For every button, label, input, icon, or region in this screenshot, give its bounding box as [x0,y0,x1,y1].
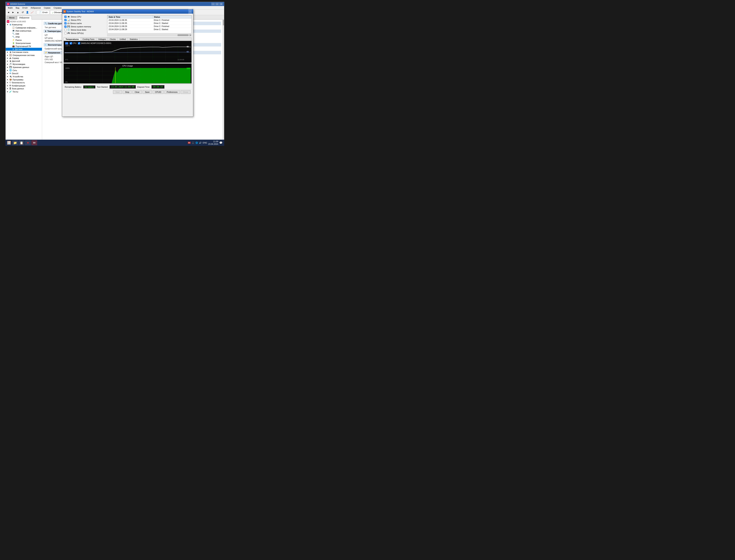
clear-button[interactable]: Clear [132,90,142,94]
sec-icon: 🛡 [9,81,11,84]
sidebar-item-summary[interactable]: 📋 Суммарная информа... [6,26,42,29]
notification-icon[interactable]: 💬 [219,141,222,144]
mb-label: Системная плата [12,51,28,53]
chart-tab-statistics[interactable]: Statistics [128,38,140,41]
sidebar-item-devices[interactable]: ► 🔌 Устройства [6,75,42,78]
test-started-value: 23.04.2024 11:04:49 [110,85,136,89]
back-button[interactable]: ◄ [6,10,10,14]
sidebar-item-dmi[interactable]: 🔧 DMI [6,32,42,35]
samsung-temp-checkbox[interactable] [78,42,80,44]
taskbar-notepad[interactable]: 📋 [19,140,24,145]
systray-globe-icon: 🌐 [195,142,198,144]
menu-help[interactable]: Справка [52,6,63,9]
sidebar-item-multimedia[interactable]: ► 🎵 Мультимедиа [6,63,42,66]
user-button[interactable]: 👤 [25,10,29,14]
stress-memory-checkbox[interactable] [64,26,67,28]
close-button-dialog[interactable]: Close [181,90,190,94]
chart-tab-unified[interactable]: Unified [118,38,128,41]
clock-date: 23.04.2024 [208,143,218,145]
volt-title: Напряжения [48,52,60,54]
samsung-checkbox-label[interactable]: SAMSUNG MZMPC032HBCD-000H1 [78,42,111,44]
stress-gpus-checkbox[interactable] [64,32,67,34]
sidebar-item-programs[interactable]: ► 📦 Программы [6,78,42,81]
sidebar-item-server[interactable]: ► 🖧 Сервер [6,57,42,60]
maximize-button[interactable]: □ [215,3,219,5]
ipmi-label: IPMI [15,36,20,38]
sidebar-item-tests[interactable]: ► 🧪 Тесты [6,90,42,93]
stress-cache-checkbox[interactable] [64,22,67,24]
sidebar-item-security[interactable]: ► 🛡 Безопасность [6,81,42,84]
minimize-button[interactable]: ─ [211,3,215,5]
dialog-maximize-button[interactable]: □ [188,10,192,13]
log-scroll-thumb[interactable] [178,34,188,36]
net-label: Сеть [13,69,17,71]
window-title: AIDA64 Extreme [10,3,211,5]
menu-file[interactable]: Файл [6,6,14,9]
report-icon: 📄 [38,11,42,14]
svg-marker-29 [65,68,191,83]
chart-tab-temperatures[interactable]: Temperatures [64,38,81,41]
tab-favorites[interactable]: Избранное [17,16,32,20]
chart-tab-clocks[interactable]: Clocks [108,38,118,41]
log-scrollbar[interactable]: ▼ [107,34,192,36]
sidebar-item-directx[interactable]: ► ❖ DirectX [6,72,42,75]
report-button[interactable]: 📄 Отчёт [37,10,49,15]
menu-report[interactable]: Отчёт [21,6,29,9]
tab-menu[interactable]: Меню [7,16,17,19]
sidebar-item-network[interactable]: ► 🌐 Сеть [6,69,42,72]
scrollbar[interactable] [223,20,224,140]
sec-label: Безопасность [12,81,25,84]
cpu-checkbox-label[interactable]: CPU [70,42,76,44]
menu-favorites[interactable]: Избранное [29,6,42,9]
stress-disks-checkbox[interactable] [64,29,67,31]
stress-cpu-label: Stress CPU [71,16,81,18]
sidebar-item-display[interactable]: ► 🖥 Дисплей [6,60,42,63]
computer-icon: 🖥 [9,24,11,26]
refresh-button[interactable]: ↺ [21,10,25,14]
log-scroll-down[interactable]: ▼ [189,34,191,36]
taskbar-aida[interactable]: 64 [31,140,37,145]
forward-button[interactable]: ► [11,10,15,14]
svg-text:100%: 100% [186,67,191,69]
preferences-button[interactable]: Preferences [164,90,180,94]
stress-fpu-checkbox[interactable] [64,19,67,21]
oc-label: Разгон [15,39,22,41]
sidebar-item-overclock[interactable]: ⚡ Разгон [6,38,42,42]
sidebar-item-portable[interactable]: 💼 Портативный ПК [6,45,42,48]
sidebar-item-computername[interactable]: 💻 Имя компьютера [6,29,42,32]
menu-view[interactable]: Вид [14,6,21,9]
sidebar-item-os[interactable]: ► 🪟 Операционная система [6,54,42,57]
sidebar-item-computer[interactable]: ▼ 🖥 Компьютер [6,23,42,26]
scrollbar-thumb[interactable] [223,20,224,25]
test-started-label: Test Started: [97,86,108,88]
tst-label: Тесты [13,91,18,93]
oc-icon: ⚡ [12,39,15,41]
start-button[interactable]: Start [113,90,122,94]
chart-tab-voltages[interactable]: Voltages [96,38,108,41]
sidebar-item-motherboard[interactable]: ► 🖥 Системная плата [6,51,42,54]
volt-icon: ⚡ [45,51,47,54]
taskbar-explorer[interactable]: 📁 [12,140,18,145]
svg-text:11:04:49: 11:04:49 [178,59,184,61]
sidebar-item-sensors[interactable]: 🌡 Датчики [6,48,42,51]
close-button[interactable]: ✕ [219,3,223,5]
sidebar-item-storage[interactable]: ► 💾 Хранение данных [6,66,42,69]
sidebar-item-database[interactable]: ► 🗄 База данных [6,87,42,90]
start-button[interactable]: 🪟 [6,140,12,145]
sidebar-item-config[interactable]: ► ⚙ Конфигурация [6,84,42,87]
stress-gpus-icon: 🎮 [67,32,70,34]
chart-button[interactable]: 📈 [30,10,34,14]
cpu-temp-checkbox[interactable] [70,42,72,44]
stop-button[interactable]: Stop [123,90,132,94]
dialog-minimize-button[interactable]: ─ [188,7,192,10]
up-button[interactable]: ▲ [16,10,20,14]
cpuid-button[interactable]: CPUID [153,90,164,94]
save-button[interactable]: Save [143,90,152,94]
chart-tab-cooling[interactable]: Cooling Fans [81,38,96,41]
sidebar-item-power[interactable]: 🔋 Электропитание [6,42,42,45]
menu-service[interactable]: Сервис [42,6,52,9]
taskbar-opera[interactable]: ● [25,140,31,145]
stress-cpu-checkbox[interactable] [64,16,67,18]
sidebar-item-ipmi[interactable]: 🔧 IPMI [6,35,42,38]
log-area[interactable]: Date & Time Status 23.04.2024 11:06:35 D… [107,15,192,33]
